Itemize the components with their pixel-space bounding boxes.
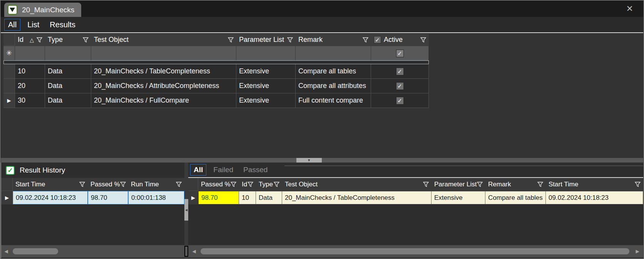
column-header-start-time[interactable]: Start Time: [13, 178, 88, 191]
filter-icon[interactable]: [83, 37, 89, 43]
tab-all[interactable]: All: [190, 164, 206, 176]
new-row-parameter-cell[interactable]: [236, 46, 296, 60]
cell-start-time[interactable]: 09.02.2024 10:18:23: [13, 191, 88, 204]
new-row-id-cell[interactable]: [15, 46, 45, 60]
history-row-selected[interactable]: ▶ 09.02.2024 10:18:23 98.70 0:00:01:138: [1, 191, 184, 204]
filter-icon[interactable]: [420, 37, 426, 43]
cell-id[interactable]: 20: [15, 79, 45, 93]
cell-remark[interactable]: Compare all tables: [296, 64, 371, 79]
horizontal-splitter[interactable]: ▼: [1, 158, 643, 163]
cell-active[interactable]: ✓: [371, 79, 429, 93]
scrollbar-thumb[interactable]: [201, 248, 629, 254]
cell-id[interactable]: 30: [15, 93, 45, 108]
cell-passed-pct[interactable]: 98.70: [198, 191, 239, 204]
cell-test-object[interactable]: 20_MainChecks / AttributeCompleteness: [91, 79, 236, 93]
filter-icon[interactable]: [120, 182, 126, 187]
cell-parameter-list[interactable]: Extensive: [236, 64, 296, 79]
menu-item-results[interactable]: Results: [46, 19, 79, 30]
filter-icon[interactable]: [477, 182, 483, 187]
scrollbar-grip[interactable]: [184, 246, 188, 257]
filter-icon[interactable]: [363, 37, 368, 43]
column-header-type[interactable]: Type: [256, 178, 282, 191]
scroll-left-icon[interactable]: ◀: [189, 245, 199, 257]
history-horizontal-scrollbar[interactable]: ◀: [1, 245, 184, 257]
row-header[interactable]: [3, 64, 15, 79]
cell-start-time[interactable]: 09.02.2024 10:18:23: [546, 191, 643, 204]
active-header-checkbox[interactable]: ✓: [374, 36, 381, 43]
current-row-header[interactable]: ▶: [188, 191, 198, 204]
document-tab[interactable]: 20_MainChecks: [4, 3, 81, 17]
cell-passed-pct[interactable]: 98.70: [88, 191, 128, 204]
cell-id[interactable]: 10: [15, 64, 45, 79]
column-header-active[interactable]: ✓ Active: [371, 34, 429, 46]
column-header-parameter-list[interactable]: Parameter List: [236, 34, 296, 46]
results-row[interactable]: ▶ 98.70 10 Data 20_MainChecks / TableCom…: [188, 191, 643, 204]
tab-failed[interactable]: Failed: [210, 164, 236, 175]
filter-icon[interactable]: [228, 37, 234, 43]
current-row-header[interactable]: ▶: [1, 191, 13, 204]
menu-item-list[interactable]: List: [24, 19, 43, 30]
cell-parameter-list[interactable]: Extensive: [236, 93, 296, 108]
checkbox-checked-icon[interactable]: ✓: [396, 97, 404, 105]
new-row-active-cell[interactable]: ✓: [371, 46, 429, 60]
cell-type[interactable]: Data: [45, 79, 91, 93]
filter-icon[interactable]: [37, 37, 42, 43]
current-row-header[interactable]: ▶: [3, 93, 15, 108]
column-header-id[interactable]: Id: [239, 178, 256, 191]
column-header-remark[interactable]: Remark: [485, 178, 546, 191]
cell-type[interactable]: Data: [45, 64, 91, 79]
column-header-passed-pct[interactable]: Passed %: [198, 178, 239, 191]
filter-icon[interactable]: [274, 182, 279, 187]
table-row[interactable]: ▶ 30 Data 20_MainChecks / FullCompare Ex…: [3, 93, 429, 108]
column-header-test-object[interactable]: Test Object: [282, 178, 432, 191]
cell-active[interactable]: ✓: [371, 64, 429, 79]
filter-icon[interactable]: [176, 182, 182, 187]
column-header-test-object[interactable]: Test Object: [91, 34, 236, 46]
filter-icon[interactable]: [537, 182, 543, 187]
results-horizontal-scrollbar[interactable]: ◀ ▶: [188, 245, 643, 257]
column-header-start-time[interactable]: Start Time: [546, 178, 643, 191]
column-header-id[interactable]: Id △: [15, 34, 45, 46]
cell-active[interactable]: ✓: [371, 93, 429, 108]
column-header-run-time[interactable]: Run Time: [128, 178, 184, 191]
cell-id[interactable]: 10: [239, 191, 256, 204]
column-header-passed-pct[interactable]: Passed %: [88, 178, 128, 191]
splitter-handle[interactable]: ▼: [296, 158, 322, 163]
cell-test-object[interactable]: 20_MainChecks / TableCompleteness: [282, 191, 432, 204]
scroll-left-icon[interactable]: ◀: [1, 245, 11, 257]
vertical-splitter[interactable]: ◀: [184, 163, 188, 258]
menu-item-all[interactable]: All: [4, 19, 20, 31]
filter-icon[interactable]: [635, 182, 641, 187]
row-header[interactable]: [3, 79, 15, 93]
column-header-remark[interactable]: Remark: [296, 34, 371, 46]
scroll-right-icon[interactable]: ▶: [632, 245, 642, 257]
scrollbar-thumb[interactable]: [13, 248, 58, 254]
cell-test-object[interactable]: 20_MainChecks / TableCompleteness: [91, 64, 236, 79]
filter-icon[interactable]: [423, 182, 429, 187]
filter-icon[interactable]: [248, 182, 253, 187]
tab-passed[interactable]: Passed: [240, 164, 271, 175]
table-row[interactable]: 10 Data 20_MainChecks / TableCompletenes…: [3, 64, 429, 79]
new-row-remark-cell[interactable]: [296, 46, 371, 60]
cell-remark[interactable]: Compare all tables: [485, 191, 546, 204]
column-header-parameter-list[interactable]: Parameter List: [432, 178, 485, 191]
filter-icon[interactable]: [231, 182, 236, 187]
table-row[interactable]: 20 Data 20_MainChecks / AttributeComplet…: [3, 79, 429, 93]
cell-run-time[interactable]: 0:00:01:138: [128, 191, 184, 204]
new-row-test-object-cell[interactable]: [91, 46, 236, 60]
cell-remark[interactable]: Full content compare: [296, 93, 371, 108]
filter-icon[interactable]: [79, 182, 85, 187]
cell-parameter-list[interactable]: Extensive: [236, 79, 296, 93]
checkbox-checked-icon[interactable]: ✓: [396, 50, 404, 57]
cell-parameter-list[interactable]: Extensive: [432, 191, 485, 204]
cell-type[interactable]: Data: [256, 191, 282, 204]
cell-remark[interactable]: Compare all attributes: [296, 79, 371, 93]
column-header-type[interactable]: Type: [45, 34, 91, 46]
new-row-type-cell[interactable]: [45, 46, 91, 60]
cell-test-object[interactable]: 20_MainChecks / FullCompare: [91, 93, 236, 108]
cell-type[interactable]: Data: [45, 93, 91, 108]
new-item-row[interactable]: ✳ ✓: [3, 46, 429, 60]
close-icon[interactable]: ✕: [626, 4, 633, 14]
checkbox-checked-icon[interactable]: ✓: [396, 82, 404, 90]
filter-icon[interactable]: [287, 37, 293, 43]
